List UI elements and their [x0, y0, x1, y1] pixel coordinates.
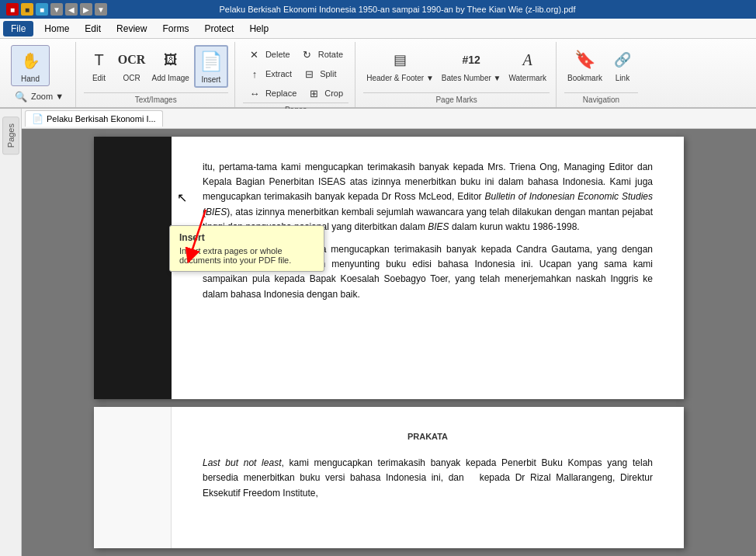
insert-button[interactable]: 📄 Insert — [194, 45, 228, 88]
tooltip-title: Insert — [179, 232, 314, 243]
main-area: Pages 📄 Pelaku Berkisah Ekonomi I... itu… — [0, 109, 756, 556]
pdf-tab[interactable]: 📄 Pelaku Berkisah Ekonomi I... — [25, 110, 163, 127]
edit-icon: T — [87, 47, 112, 72]
ribbon-section-page-marks: ▤ Header & Footer ▼ #12 Bates Number ▼ A… — [357, 42, 557, 107]
menu-protect[interactable]: Protect — [196, 20, 241, 37]
link-button[interactable]: 🔗 Link — [607, 45, 638, 85]
menu-forms[interactable]: Forms — [154, 20, 196, 37]
tooltip-description: Insert extra pages or whole documents in… — [179, 246, 314, 265]
menu-review[interactable]: Review — [109, 20, 154, 37]
ribbon-section-navigation: 🔖 Bookmark 🔗 Link Navigation — [558, 42, 644, 107]
split-icon: ⊟ — [301, 66, 317, 82]
watermark-button[interactable]: A Watermark — [505, 45, 550, 85]
pages-area[interactable]: itu, pertama-tama kami mengucapkan terim… — [22, 129, 756, 556]
pages-sidebar-tab[interactable]: Pages — [2, 116, 19, 155]
bookmark-button[interactable]: 🔖 Bookmark — [564, 45, 605, 85]
edit-button[interactable]: T Edit — [84, 45, 115, 85]
header-footer-icon: ▤ — [388, 47, 413, 72]
ribbon-section-text-images: T Edit OCR OCR 🖼 Add Image 📄 Insert Text… — [78, 42, 235, 107]
title-icon-yellow[interactable]: ■ — [21, 3, 33, 16]
bates-number-icon: #12 — [459, 47, 484, 72]
ribbon-section-tools: ✋ Hand 🔍 Zoom ▼ ↖ Select ▼ Tools — [5, 42, 76, 107]
pdf-page-2: PRAKATA Last but not least, kami menguca… — [94, 407, 684, 548]
menu-file[interactable]: File — [3, 21, 33, 36]
navigation-label: Navigation — [564, 92, 638, 107]
zoom-icon: 🔍 — [14, 89, 28, 103]
crop-button[interactable]: ⊞ Crop — [302, 84, 349, 103]
page-left-1 — [94, 137, 172, 399]
ocr-button[interactable]: OCR OCR — [116, 45, 147, 85]
page-right-2: PRAKATA Last but not least, kami menguca… — [172, 407, 684, 548]
title-icon-blue[interactable]: ■ — [36, 3, 48, 16]
title-text: Pelaku Berkisah Ekonomi Indonesia 1950-a… — [220, 5, 576, 14]
page-left-2 — [94, 407, 172, 548]
insert-tooltip: Insert Insert extra pages or whole docum… — [169, 225, 324, 272]
ribbon: ✋ Hand 🔍 Zoom ▼ ↖ Select ▼ Tools T Edit … — [0, 39, 756, 109]
add-image-button[interactable]: 🖼 Add Image — [149, 45, 192, 85]
rotate-icon: ↻ — [300, 47, 315, 62]
crop-icon: ⊞ — [306, 85, 321, 101]
add-image-icon: 🖼 — [158, 47, 183, 72]
text-images-label: Text/Images — [84, 92, 228, 107]
insert-icon: 📄 — [199, 49, 224, 74]
delete-button[interactable]: ✕ Delete — [243, 45, 294, 64]
title-icon-back[interactable]: ◀ — [65, 3, 78, 16]
ribbon-section-pages: ✕ Delete ↻ Rotate ↑ Extract ⊟ Split — [237, 42, 355, 107]
title-icon-gray[interactable]: ▼ — [50, 3, 63, 16]
page-marks-label: Page Marks — [363, 92, 550, 107]
extract-icon: ↑ — [247, 66, 262, 82]
menu-help[interactable]: Help — [241, 20, 276, 37]
menu-edit[interactable]: Edit — [77, 20, 109, 37]
title-icon-dropdown[interactable]: ▼ — [95, 3, 107, 16]
pdf-tab-icon: 📄 — [32, 113, 43, 124]
pdf-tab-label: Pelaku Berkisah Ekonomi I... — [47, 114, 156, 123]
menu-home[interactable]: Home — [36, 20, 77, 37]
left-sidebar: Pages — [0, 109, 22, 556]
page2-para1: Last but not least, kami mengucapkan ter… — [203, 456, 653, 501]
header-footer-button[interactable]: ▤ Header & Footer ▼ — [363, 45, 437, 85]
split-button[interactable]: ⊟ Split — [297, 64, 344, 83]
tab-bar: 📄 Pelaku Berkisah Ekonomi I... — [22, 109, 756, 129]
watermark-icon: A — [515, 47, 540, 72]
title-icon-forward[interactable]: ▶ — [80, 3, 92, 16]
pdf-viewer: 📄 Pelaku Berkisah Ekonomi I... itu, pert… — [22, 109, 756, 556]
title-bar: ■ ■ ■ ▼ ◀ ▶ ▼ Pelaku Berkisah Ekonomi In… — [0, 0, 756, 19]
ocr-icon: OCR — [120, 47, 144, 72]
menu-bar: File Home Edit Review Forms Protect Help — [0, 19, 756, 39]
replace-icon: ↔ — [247, 85, 262, 101]
delete-icon: ✕ — [247, 47, 262, 62]
page1-para1: itu, pertama-tama kami mengucapkan terim… — [203, 160, 653, 235]
extract-button[interactable]: ↑ Extract — [243, 64, 296, 83]
replace-button[interactable]: ↔ Replace — [243, 84, 300, 103]
bookmark-icon: 🔖 — [572, 47, 597, 72]
link-icon: 🔗 — [610, 47, 635, 72]
title-icon-red[interactable]: ■ — [6, 3, 19, 16]
rotate-button[interactable]: ↻ Rotate — [296, 45, 347, 64]
bates-number-button[interactable]: #12 Bates Number ▼ — [439, 45, 505, 85]
hand-button[interactable]: ✋ Hand — [11, 45, 50, 86]
prakata-title: PRAKATA — [203, 430, 653, 444]
zoom-button[interactable]: 🔍 Zoom ▼ — [11, 87, 67, 106]
hand-icon: ✋ — [18, 48, 43, 73]
